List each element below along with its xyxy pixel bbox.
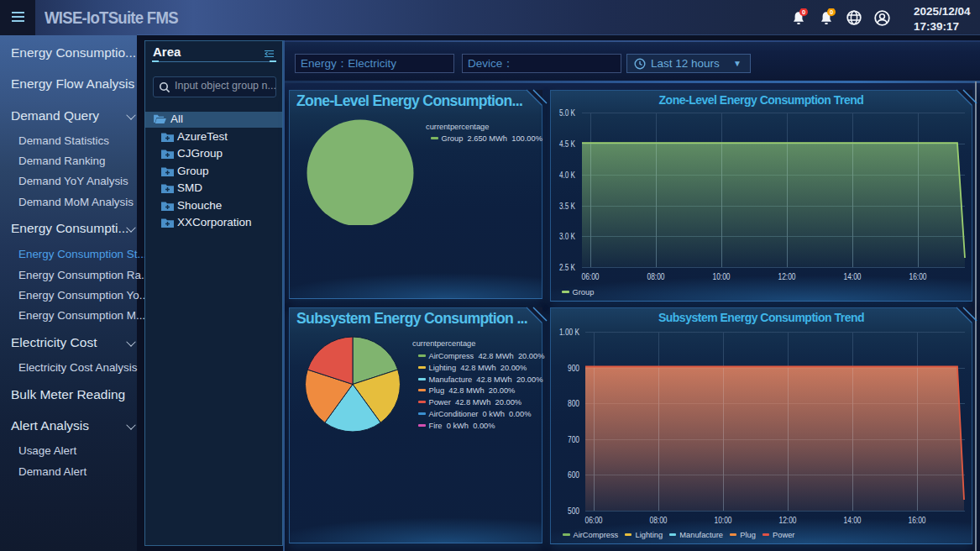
svg-text:0: 0 [802,8,805,16]
svg-text:3.5 K: 3.5 K [559,201,575,211]
svg-text:700: 700 [568,434,579,444]
svg-text:800: 800 [568,398,579,408]
svg-text:4.0 K: 4.0 K [559,170,575,180]
svg-text:3.0 K: 3.0 K [559,231,575,241]
svg-text:12:00: 12:00 [779,515,797,525]
svg-text:10:00: 10:00 [715,515,732,525]
svg-text:5.0 K: 5.0 K [559,108,575,118]
svg-text:16:00: 16:00 [909,271,927,281]
svg-text:1.00 K: 1.00 K [559,327,579,337]
svg-text:600: 600 [568,470,579,480]
svg-text:4.5 K: 4.5 K [559,139,575,149]
svg-text:500: 500 [568,506,579,516]
svg-text:2.5 K: 2.5 K [559,262,575,272]
svg-text:14:00: 14:00 [844,271,862,281]
svg-text:0: 0 [830,8,833,16]
svg-text:14:00: 14:00 [844,515,862,525]
svg-text:06:00: 06:00 [582,271,600,281]
svg-text:12:00: 12:00 [778,271,796,281]
svg-text:900: 900 [568,363,579,373]
svg-text:10:00: 10:00 [713,271,731,281]
svg-text:08:00: 08:00 [650,515,668,525]
svg-text:16:00: 16:00 [909,515,926,525]
svg-text:08:00: 08:00 [647,271,665,281]
svg-text:06:00: 06:00 [585,515,603,525]
